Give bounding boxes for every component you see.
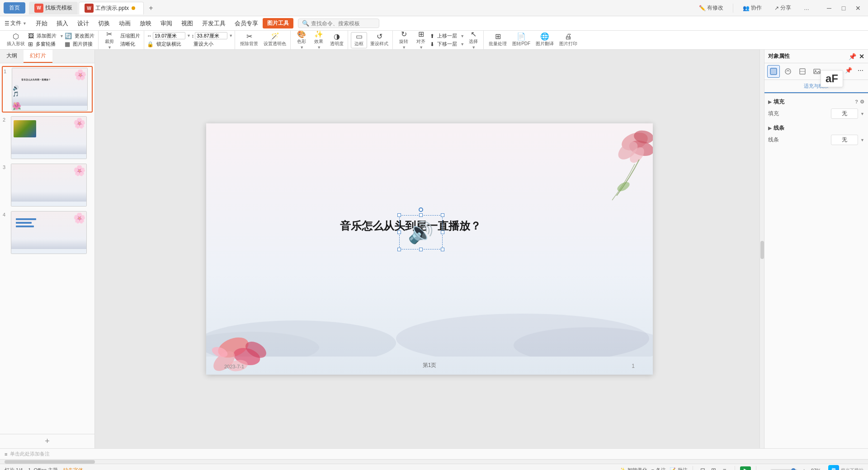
border-btn[interactable]: ▭ 边框 bbox=[351, 32, 367, 48]
hscroll-thumb[interactable] bbox=[5, 460, 95, 464]
menu-member[interactable]: 会员专享 bbox=[230, 18, 263, 29]
down-layer-btn[interactable]: 下移一层 bbox=[435, 40, 459, 48]
play-button[interactable]: ▶ bbox=[740, 466, 751, 470]
align-arrow[interactable]: ▼ bbox=[419, 45, 423, 50]
multi-wheel-btn[interactable]: 多窗轮播 bbox=[34, 40, 57, 48]
menu-transition[interactable]: 切换 bbox=[94, 18, 114, 29]
rotate-btn[interactable]: ↻ 旋转 ▼ bbox=[396, 32, 412, 48]
close-button[interactable]: ✕ bbox=[852, 2, 864, 14]
width-arrow[interactable]: ▼ bbox=[187, 33, 191, 38]
vertical-scrollbar[interactable] bbox=[760, 50, 764, 448]
notes-btn[interactable]: 📝 批注 bbox=[670, 467, 688, 470]
template-tab[interactable]: W 找板壳模板 bbox=[29, 2, 78, 14]
menu-design[interactable]: 设计 bbox=[73, 18, 94, 29]
height-input[interactable] bbox=[195, 32, 227, 39]
fill-value-control[interactable]: 无 ▼ bbox=[831, 108, 864, 119]
menu-imgtools[interactable]: 图片工具 bbox=[263, 18, 293, 28]
effect-arrow[interactable]: ▼ bbox=[317, 45, 321, 50]
normal-view-btn[interactable]: ⊟ bbox=[698, 465, 708, 470]
crop-arrow[interactable]: ▼ bbox=[108, 45, 112, 50]
rpanel-more-btn[interactable]: ⋯ bbox=[855, 65, 865, 75]
slide-item-1[interactable]: 1 音乐怎么从头到尾一直播放？ 🌸 🌺 🔊 🎵 bbox=[2, 66, 93, 113]
share-button[interactable]: ↗ 分享 bbox=[770, 3, 796, 13]
add-image-arrow[interactable]: ▼ bbox=[60, 34, 64, 38]
border-section-header[interactable]: ▶ 线条 bbox=[768, 124, 864, 132]
horizontal-scrollbar[interactable] bbox=[0, 459, 868, 464]
more-button[interactable]: … bbox=[799, 4, 814, 13]
home-tab[interactable]: 首页 bbox=[4, 2, 25, 14]
menu-slideshow[interactable]: 放映 bbox=[135, 18, 156, 29]
change-image-btn[interactable]: 更改图片 bbox=[73, 32, 96, 40]
slide-item-2[interactable]: 2 🌸 bbox=[2, 115, 93, 160]
comment-text[interactable]: 单击此处添加备注 bbox=[10, 451, 50, 457]
canvas-area[interactable]: 音乐怎么从头到尾一直播放？ 🔊 第1页 202 bbox=[95, 50, 764, 448]
zoom-in-btn[interactable]: + bbox=[801, 467, 807, 470]
reader-view-btn[interactable]: ≡ bbox=[720, 465, 730, 470]
clear-btn[interactable]: 清晰化 bbox=[118, 40, 137, 48]
reset-style-btn[interactable]: ↺ 重设样式 bbox=[368, 32, 391, 48]
fill-stroke-label[interactable]: 适充与线条 bbox=[764, 80, 868, 93]
border-dropdown-arrow[interactable]: ▼ bbox=[860, 138, 864, 142]
zoom-thumb[interactable] bbox=[791, 468, 796, 470]
rpanel-pin-btn[interactable]: 📌 bbox=[844, 65, 854, 75]
lock-ratio-btn[interactable]: 锁定纵横比 bbox=[155, 40, 183, 48]
effect-btn[interactable]: ✨ 效果 ▼ bbox=[311, 32, 327, 48]
smart-beauty-btn[interactable]: ✨ 智能美化 bbox=[619, 467, 647, 470]
menu-developer[interactable]: 开发工具 bbox=[198, 18, 230, 29]
handle-ml[interactable] bbox=[397, 230, 401, 234]
add-image-btn[interactable]: 添加图片 bbox=[35, 32, 58, 40]
panel-close-icon[interactable]: ✕ bbox=[859, 53, 864, 60]
remove-bg-btn[interactable]: ✂ 抠除背景 bbox=[238, 32, 260, 48]
handle-tm[interactable] bbox=[419, 213, 423, 217]
maximize-button[interactable]: □ bbox=[837, 2, 850, 14]
comments-btn[interactable]: ≡ 备注 bbox=[651, 467, 665, 470]
outline-tab[interactable]: 大纲 bbox=[0, 50, 24, 63]
handle-bm[interactable] bbox=[419, 248, 423, 251]
slide-item-4[interactable]: 4 🌸 bbox=[2, 210, 93, 255]
fill-section-header[interactable]: ▶ 填充 ? ⚙ bbox=[768, 98, 864, 106]
menu-animation[interactable]: 动画 bbox=[114, 18, 135, 29]
border-value-control[interactable]: 无 ▼ bbox=[831, 135, 864, 145]
crop-btn[interactable]: ✂ 裁剪 ▼ bbox=[101, 32, 118, 48]
collab-button[interactable]: 👥 协作 bbox=[738, 3, 766, 13]
img-translate-btn[interactable]: 🌐 图片翻译 bbox=[533, 32, 556, 48]
handle-mr[interactable] bbox=[441, 230, 444, 234]
scrollbar-thumb[interactable] bbox=[760, 241, 764, 259]
rotate-arrow[interactable]: ▼ bbox=[402, 45, 406, 50]
up-layer-btn[interactable]: 上移一层 bbox=[435, 32, 459, 40]
minimize-button[interactable]: ─ bbox=[823, 2, 835, 14]
height-arrow[interactable]: ▼ bbox=[229, 33, 233, 38]
fill-stroke-tab[interactable] bbox=[767, 65, 780, 78]
effects-tab[interactable] bbox=[782, 65, 794, 78]
pin-icon[interactable]: 📌 bbox=[849, 53, 856, 60]
add-tab-button[interactable]: + bbox=[145, 2, 157, 14]
edit-button[interactable]: ✏️ 有修改 bbox=[694, 3, 728, 13]
width-input[interactable] bbox=[153, 32, 185, 39]
search-input[interactable] bbox=[311, 20, 374, 27]
color-arrow[interactable]: ▼ bbox=[300, 45, 304, 50]
slides-tab[interactable]: 幻灯片 bbox=[24, 50, 52, 63]
fill-dropdown-arrow[interactable]: ▼ bbox=[860, 112, 864, 116]
handle-bl[interactable] bbox=[397, 248, 401, 251]
border-value[interactable]: 无 bbox=[831, 135, 858, 145]
img-mosaic-btn[interactable]: 图片拼接 bbox=[71, 40, 94, 48]
grid-view-btn[interactable]: ⊞ bbox=[709, 465, 719, 470]
handle-tr[interactable] bbox=[441, 213, 444, 217]
menu-review[interactable]: 审阅 bbox=[156, 18, 177, 29]
set-transparent-btn[interactable]: 🪄 设置透明色 bbox=[261, 32, 288, 48]
compress-btn[interactable]: 压缩图片 bbox=[118, 32, 142, 40]
handle-tl[interactable] bbox=[397, 213, 401, 217]
fill-value[interactable]: 无 bbox=[831, 108, 858, 119]
insert-shape-btn[interactable]: ⬡ 插入形状 bbox=[5, 32, 27, 48]
add-slide-button[interactable]: + bbox=[0, 434, 94, 448]
menu-insert[interactable]: 插入 bbox=[52, 18, 73, 29]
size-properties-tab[interactable] bbox=[796, 65, 809, 78]
menu-toggle[interactable]: ☰ 文件 ▼ bbox=[3, 19, 28, 28]
slide-item-3[interactable]: 3 🌸 bbox=[2, 163, 93, 207]
handle-br[interactable] bbox=[441, 248, 444, 251]
batch-btn[interactable]: ⊞ 批量处理 bbox=[486, 32, 509, 48]
audio-element[interactable]: 🔊 bbox=[403, 219, 439, 246]
file-tab[interactable]: W 工作演示.pptx bbox=[79, 2, 144, 14]
menu-start[interactable]: 开始 bbox=[31, 18, 52, 29]
transparency-btn[interactable]: ◑ 透明度 bbox=[328, 32, 346, 48]
